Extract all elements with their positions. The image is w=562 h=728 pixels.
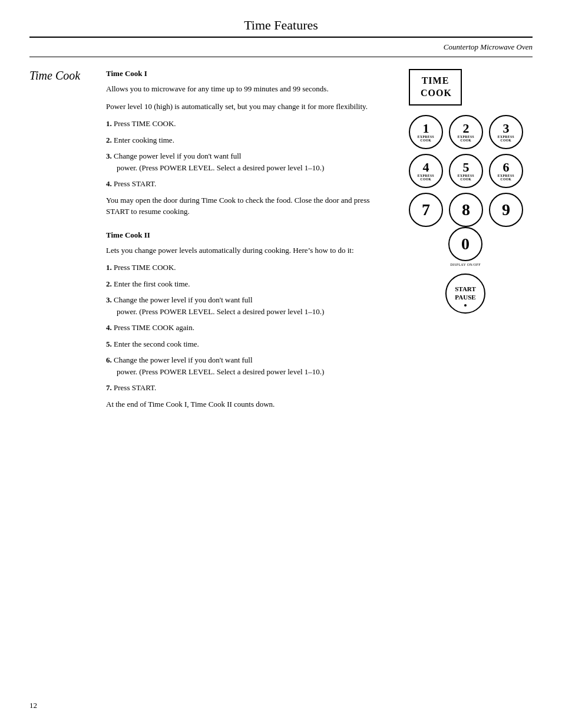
page-header: Time Features	[29, 18, 533, 38]
key-5: 5 EXPRESSCOOK	[449, 154, 483, 188]
time-cook-II-heading: Time Cook II	[106, 230, 391, 240]
subtitle-text: Countertop Microwave Oven	[444, 42, 533, 51]
step-3II-text: Change the power level if you don't want…	[114, 295, 253, 304]
key-5-number: 5	[463, 161, 470, 174]
key-3-label: EXPRESSCOOK	[498, 135, 514, 142]
time-cook-button-label: TIMECOOK	[421, 75, 452, 98]
key-1-number: 1	[423, 122, 429, 135]
step-7II-num: 7.	[106, 383, 112, 392]
key-0-sublabel: DISPLAY ON/OFF	[450, 263, 481, 266]
step-3I-text: Change power level if you don't want ful…	[114, 151, 241, 160]
key-4: 4 EXPRESSCOOK	[409, 154, 443, 188]
step-5II: 5. Enter the second cook time.	[106, 338, 391, 350]
step-3II-num: 3.	[106, 295, 112, 304]
time-cook-II-section: Time Cook II Lets you change power level…	[106, 230, 391, 410]
step-7II: 7. Press START.	[106, 382, 391, 394]
step-3I-num: 3.	[106, 151, 112, 160]
start-pause-button: STARTPAUSE	[445, 274, 485, 314]
key-6: 6 EXPRESSCOOK	[489, 154, 523, 188]
step-1I: 1. Press TIME COOK.	[106, 118, 391, 130]
step-2II: 2. Enter the first cook time.	[106, 278, 391, 290]
page-title: Time Features	[244, 18, 318, 32]
keypad-grid: 1 EXPRESSCOOK 2 EXPRESSCOOK 3 EXPRESSCOO…	[409, 115, 524, 227]
key-2-label: EXPRESSCOOK	[458, 135, 474, 142]
key-2-number: 2	[463, 122, 470, 135]
key-3-number: 3	[503, 122, 510, 135]
step-4I: 4. Press START.	[106, 178, 391, 190]
start-pause-label: STARTPAUSE	[455, 285, 475, 301]
time-cook-I-heading: Time Cook I	[106, 69, 391, 78]
step-2I-num: 2.	[106, 136, 112, 144]
time-cook-II-para1: Lets you change power levels automatical…	[106, 245, 391, 256]
key-4-label: EXPRESSCOOK	[418, 174, 434, 181]
step-6II-cont: power. (Press POWER LEVEL. Select a desi…	[106, 366, 391, 378]
key-6-label: EXPRESSCOOK	[498, 174, 514, 181]
step-3II-cont: power. (Press POWER LEVEL. Select a desi…	[106, 306, 391, 318]
key-9: 9	[489, 193, 523, 227]
step-4II-text: Press TIME COOK again.	[114, 323, 194, 332]
key-7-number: 7	[422, 202, 430, 218]
instructions-col: Time Cook I Allows you to microwave for …	[106, 69, 403, 416]
key-8-number: 8	[462, 202, 470, 218]
key-9-number: 9	[502, 202, 510, 218]
key-2: 2 EXPRESSCOOK	[449, 115, 483, 149]
key-3: 3 EXPRESSCOOK	[489, 115, 523, 149]
page: Time Features Countertop Microwave Oven …	[0, 0, 562, 728]
page-number: 12	[29, 701, 37, 710]
step-1I-text: Press TIME COOK.	[114, 119, 176, 128]
step-3I-cont: power. (Press POWER LEVEL. Select a desi…	[106, 162, 391, 174]
step-2II-num: 2.	[106, 279, 112, 288]
step-1II: 1. Press TIME COOK.	[106, 262, 391, 274]
step-1II-text: Press TIME COOK.	[114, 263, 176, 272]
step-1I-num: 1.	[106, 119, 112, 128]
key-1: 1 EXPRESSCOOK	[409, 115, 443, 149]
time-cook-I-note: You may open the door during Time Cook t…	[106, 195, 391, 218]
step-2II-text: Enter the first cook time.	[114, 279, 190, 288]
step-7II-text: Press START.	[114, 383, 156, 392]
step-2I: 2. Enter cooking time.	[106, 134, 391, 146]
step-1II-num: 1.	[106, 263, 112, 272]
section-title-col: Time Cook	[29, 69, 106, 416]
step-3II: 3. Change the power level if you don't w…	[106, 294, 391, 317]
start-pause-row: STARTPAUSE	[409, 274, 522, 314]
key-0-wrapper: 0 DISPLAY ON/OFF	[448, 227, 482, 266]
step-5II-text: Enter the second cook time.	[114, 340, 199, 348]
key-0-number: 0	[461, 236, 470, 252]
step-4I-text: Press START.	[114, 179, 156, 188]
key-0: 0	[448, 227, 482, 261]
step-4II-num: 4.	[106, 323, 112, 332]
key-5-label: EXPRESSCOOK	[458, 174, 474, 181]
key-4-number: 4	[423, 161, 429, 174]
step-6II-num: 6.	[106, 355, 112, 364]
step-4I-num: 4.	[106, 179, 112, 188]
keypad-zero-row: 0 DISPLAY ON/OFF	[409, 227, 522, 266]
page-subtitle: Countertop Microwave Oven	[29, 40, 533, 57]
step-2I-text: Enter cooking time.	[114, 136, 174, 144]
key-6-number: 6	[503, 161, 510, 174]
start-pause-dot	[464, 304, 467, 307]
step-6II-text: Change the power level if you don't want…	[114, 355, 253, 364]
step-5II-num: 5.	[106, 340, 112, 348]
main-content: Time Cook Time Cook I Allows you to micr…	[29, 69, 533, 416]
step-3I: 3. Change power level if you don't want …	[106, 150, 391, 173]
time-cook-I-para2: Power level 10 (high) is automatically s…	[106, 101, 391, 113]
time-cook-II-note: At the end of Time Cook I, Time Cook II …	[106, 398, 391, 410]
step-4II: 4. Press TIME COOK again.	[106, 322, 391, 334]
time-cook-I-para1: Allows you to microwave for any time up …	[106, 83, 391, 95]
key-8: 8	[449, 193, 483, 227]
step-6II: 6. Change the power level if you don't w…	[106, 354, 391, 377]
key-1-label: EXPRESSCOOK	[418, 135, 434, 142]
key-7: 7	[409, 193, 443, 227]
section-title: Time Cook	[29, 69, 80, 82]
time-cook-button: TIMECOOK	[409, 69, 462, 106]
keypad-col: TIMECOOK 1 EXPRESSCOOK 2 EXPRESSCOOK 3 E…	[403, 69, 533, 416]
